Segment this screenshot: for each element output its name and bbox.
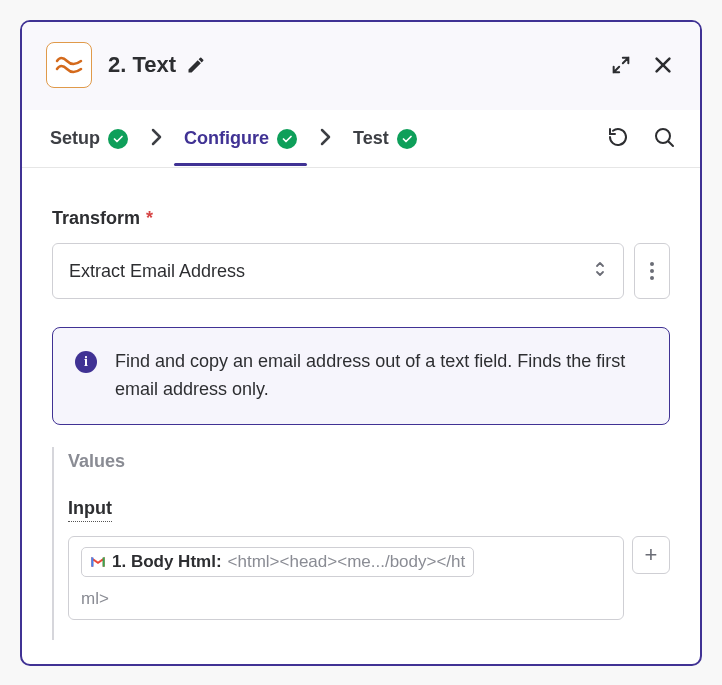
tab-configure-label: Configure (184, 128, 269, 149)
step-title: 2. Text (108, 52, 176, 78)
svg-point-0 (656, 129, 670, 143)
gmail-icon (90, 556, 106, 568)
select-caret-icon (593, 259, 607, 284)
mapped-field-pill[interactable]: 1. Body Html: <html><head><me.../body></… (81, 547, 474, 577)
panel-header: 2. Text (22, 22, 700, 110)
svg-rect-4 (91, 557, 93, 566)
info-text: Find and copy an email address out of a … (115, 348, 647, 404)
transform-select-value: Extract Email Address (69, 261, 245, 282)
chevron-right-icon (319, 128, 331, 150)
required-asterisk: * (146, 208, 153, 229)
step-panel: 2. Text Setup Configure (20, 20, 702, 666)
pill-overflow-text: ml> (81, 589, 109, 609)
check-icon (397, 129, 417, 149)
tabs-bar: Setup Configure Test (22, 110, 700, 168)
edit-title-icon[interactable] (186, 55, 206, 75)
tab-setup-label: Setup (50, 128, 100, 149)
info-callout: i Find and copy an email address out of … (52, 327, 670, 425)
check-icon (108, 129, 128, 149)
check-icon (277, 129, 297, 149)
chevron-right-icon (150, 128, 162, 150)
undo-icon[interactable] (606, 125, 630, 153)
tab-test-label: Test (353, 128, 389, 149)
tab-test[interactable]: Test (349, 112, 421, 165)
svg-rect-5 (103, 557, 105, 566)
add-input-button[interactable]: + (632, 536, 670, 574)
info-icon: i (75, 351, 97, 373)
pill-label: 1. Body Html: (112, 552, 222, 572)
transform-label: Transform * (52, 208, 670, 229)
pill-value: <html><head><me.../body></ht (228, 552, 466, 572)
tab-setup[interactable]: Setup (46, 112, 132, 165)
transform-select[interactable]: Extract Email Address (52, 243, 624, 299)
close-icon[interactable] (650, 52, 676, 78)
svg-point-1 (650, 262, 654, 266)
formatter-app-icon (46, 42, 92, 88)
values-section: Values Input 1. Body Html: (52, 447, 670, 640)
tab-configure[interactable]: Configure (180, 112, 301, 165)
search-icon[interactable] (652, 125, 676, 153)
input-field-label: Input (68, 498, 112, 522)
svg-point-2 (650, 269, 654, 273)
input-field[interactable]: 1. Body Html: <html><head><me.../body></… (68, 536, 624, 620)
transform-more-button[interactable] (634, 243, 670, 299)
values-section-title: Values (68, 451, 670, 472)
svg-point-3 (650, 276, 654, 280)
expand-icon[interactable] (608, 52, 634, 78)
